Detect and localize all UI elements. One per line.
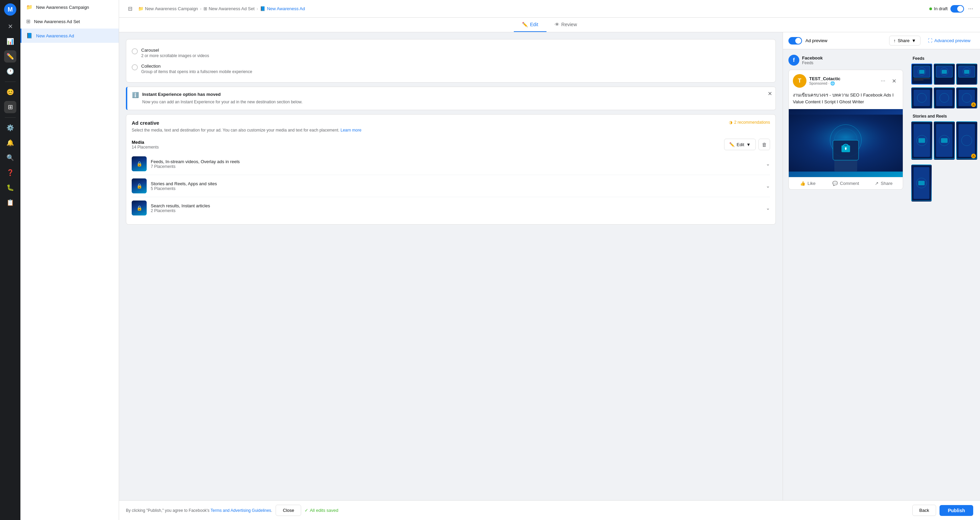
learn-more-link[interactable]: Learn more (340, 128, 361, 133)
like-icon: 👍 (800, 181, 805, 186)
section-header: Ad creative Select the media, text and d… (132, 120, 770, 133)
preview-toggle[interactable] (788, 37, 802, 44)
placement-name-search: Search results, Instant articles (151, 203, 762, 208)
close-icon[interactable]: ✕ (4, 21, 16, 33)
docs-icon[interactable]: 📋 (4, 197, 16, 209)
svg-rect-25 (914, 90, 930, 106)
thumb-story-3[interactable]: ⚠ (956, 121, 977, 160)
grid-icon[interactable]: ⊞ (4, 101, 16, 113)
collection-radio[interactable] (132, 64, 138, 70)
ad-card-image (789, 109, 903, 177)
placement-row-stories[interactable]: Stories and Reels, Apps and sites 5 Plac… (132, 175, 770, 197)
tab-review[interactable]: 👁 Review (546, 17, 585, 32)
carousel-label: Carousel (141, 48, 209, 53)
sidebar-item-ad[interactable]: 📘 New Awareness Ad ··· (21, 29, 119, 43)
media-delete-btn[interactable]: 🗑 (759, 139, 770, 150)
placement-row-feeds[interactable]: Feeds, In-stream videos, Overlay ads in … (132, 153, 770, 175)
ad-form-panel: Carousel 2 or more scrollable images or … (119, 32, 783, 500)
breadcrumb-sep-1: › (200, 6, 202, 11)
media-edit-btn[interactable]: ✏️ Edit ▼ (724, 139, 756, 150)
placement-row-search[interactable]: Search results, Instant articles 2 Place… (132, 197, 770, 219)
top-bar-more-btn[interactable]: ··· (967, 4, 975, 14)
edit-icon[interactable]: ✏️ (4, 50, 16, 63)
breadcrumb-adset[interactable]: ⊞ New Awareness Ad Set (204, 6, 255, 11)
thumb-feeds-5[interactable] (934, 87, 955, 108)
thumbnail-strip: Feeds (908, 49, 980, 500)
face-icon[interactable]: 😊 (4, 86, 16, 98)
divider-2 (5, 117, 16, 117)
advertiser-info: TEST_Cotactic Sponsored · 🌐 (809, 76, 875, 86)
carousel-radio[interactable] (132, 48, 138, 54)
ad-more-btn[interactable]: ··· (878, 76, 888, 86)
chart-icon[interactable]: 📊 (4, 35, 16, 48)
settings-icon[interactable]: ⚙️ (4, 122, 16, 134)
content-area: Carousel 2 or more scrollable images or … (119, 32, 980, 500)
ad-icon: 📘 (26, 33, 33, 39)
chevron-down-icon-3: ⌄ (766, 205, 770, 211)
info-banner: ℹ️ Instant Experience option has moved N… (126, 87, 776, 110)
advertiser-name: TEST_Cotactic (809, 76, 875, 81)
thumb-story-2[interactable] (934, 121, 955, 160)
clock-half-icon: ◑ (729, 120, 732, 125)
thumb-feeds-3[interactable] (956, 63, 977, 85)
like-label: Like (808, 181, 816, 186)
tab-bar: ✏️ Edit 👁 Review (119, 17, 980, 32)
breadcrumb-campaign[interactable]: 📁 New Awareness Campaign (138, 6, 198, 11)
edit-pencil-icon: ✏️ (729, 142, 735, 147)
like-btn[interactable]: 👍 Like (789, 178, 827, 189)
media-section: Media 14 Placements ✏️ Edit ▼ 🗑 (132, 139, 770, 219)
help-icon[interactable]: ❓ (4, 166, 16, 179)
bell-icon[interactable]: 🔔 (4, 136, 16, 149)
placement-name-feeds: Feeds, In-stream videos, Overlay ads in … (151, 159, 762, 164)
feeds-thumb-grid (911, 63, 977, 85)
sidebar-toggle-btn[interactable]: ⊟ (124, 3, 135, 14)
breadcrumb-sep-2: › (256, 6, 258, 11)
facebook-icon: f (788, 55, 799, 66)
fb-platform-label: Facebook (802, 55, 823, 60)
thumb-story-single[interactable] (911, 165, 932, 201)
tab-edit[interactable]: ✏️ Edit (514, 17, 546, 32)
ad-close-btn[interactable]: ✕ (889, 76, 899, 86)
expand-icon: ⛶ (928, 38, 932, 43)
recommendations-badge: ◑ 2 recommendations (729, 120, 770, 125)
thumb-feeds-4[interactable] (911, 87, 932, 108)
adset-grid-icon: ⊞ (204, 6, 207, 11)
format-carousel[interactable]: Carousel 2 or more scrollable images or … (132, 45, 770, 61)
thumb-feeds-2[interactable] (934, 63, 955, 85)
bug-icon[interactable]: 🐛 (4, 181, 16, 194)
saved-status: ✓ All edits saved (305, 508, 338, 513)
thumb-feeds-1[interactable] (911, 63, 932, 85)
breadcrumb-ad[interactable]: 📘 New Awareness Ad (260, 6, 305, 11)
terms-link[interactable]: Terms and Advertising Guidelines (211, 508, 271, 513)
sidebar-item-campaign[interactable]: 📁 New Awareness Campaign ··· (21, 0, 119, 14)
svg-rect-14 (914, 79, 930, 79)
banner-close-btn[interactable]: ✕ (768, 90, 772, 97)
placement-info-stories: Stories and Reels, Apps and sites 5 Plac… (151, 181, 762, 191)
publish-btn[interactable]: Publish (940, 505, 973, 516)
comment-icon: 💬 (832, 181, 838, 186)
search-icon[interactable]: 🔍 (4, 152, 16, 164)
advanced-preview-btn[interactable]: ⛶ Advanced preview (924, 36, 975, 45)
close-btn[interactable]: Close (275, 505, 301, 516)
draft-toggle[interactable] (950, 5, 964, 13)
status-badge: In draft (929, 6, 948, 11)
collection-sub: Group of items that opens into a fullscr… (141, 69, 252, 74)
warning-badge: ⚠ (971, 102, 976, 107)
ad-card-actions-bar: 👍 Like 💬 Comment ↗ Share (789, 177, 903, 189)
format-collection[interactable]: Collection Group of items that opens int… (132, 61, 770, 77)
clock-icon[interactable]: 🕐 (4, 65, 16, 78)
carousel-sub: 2 or more scrollable images or videos (141, 53, 209, 58)
banner-body: Now you can add an Instant Experience fo… (142, 99, 302, 105)
back-btn[interactable]: Back (912, 505, 937, 516)
sidebar-item-adset[interactable]: ⊞ New Awareness Ad Set ··· (21, 14, 119, 29)
comment-btn[interactable]: 💬 Comment (827, 178, 865, 189)
adset-icon: ⊞ (26, 18, 30, 24)
thumb-feeds-6[interactable]: ⚠ (956, 87, 977, 108)
share-btn[interactable]: ↑ Share ▼ (889, 36, 920, 46)
thumb-story-1[interactable] (911, 121, 932, 160)
sidebar-adset-label: New Awareness Ad Set (34, 19, 107, 24)
ad-card: T TEST_Cotactic Sponsored · 🌐 ··· ✕ งานเ… (788, 70, 903, 190)
share-label: Share (898, 38, 910, 43)
share-action-btn[interactable]: ↗ Share (865, 178, 903, 189)
edit-chevron-icon: ▼ (746, 142, 751, 147)
